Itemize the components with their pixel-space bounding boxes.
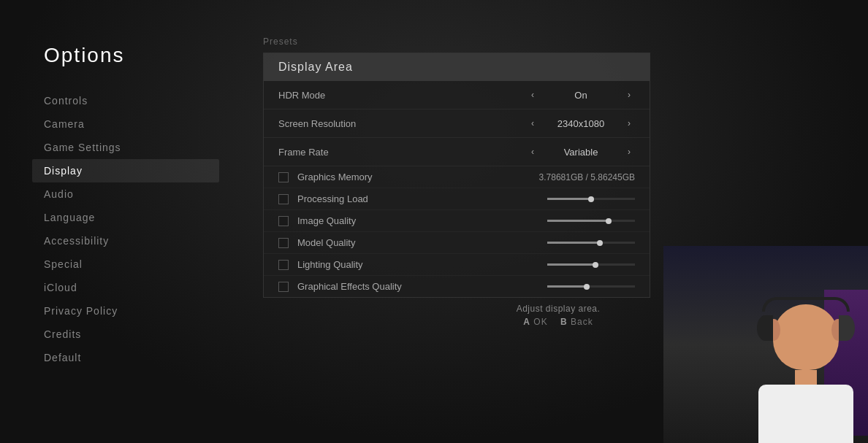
lighting-quality-row: Lighting Quality xyxy=(264,254,650,276)
model-quality-track xyxy=(547,242,635,244)
graphics-memory-value: 3.78681GB / 5.86245GB xyxy=(539,172,635,182)
frame-rate-label: Frame Rate xyxy=(278,147,527,158)
frame-rate-right-arrow[interactable]: › xyxy=(623,145,635,158)
webcam-overlay xyxy=(663,246,868,443)
lighting-quality-dot xyxy=(593,262,598,268)
person-head xyxy=(773,304,839,370)
person-shape xyxy=(758,304,853,443)
processing-load-dot xyxy=(588,196,594,202)
person-body xyxy=(758,385,853,443)
ok-label: OK xyxy=(533,317,547,327)
model-quality-label: Model Quality xyxy=(297,237,538,248)
sidebar-item-language[interactable]: Language xyxy=(44,206,219,229)
headphone-right xyxy=(839,315,855,341)
image-quality-track xyxy=(547,220,635,222)
section-header-display: Display Area xyxy=(264,53,650,81)
lighting-quality-fill xyxy=(547,263,595,266)
graphical-effects-checkbox[interactable] xyxy=(278,282,289,292)
sidebar-item-icloud[interactable]: iCloud xyxy=(44,276,219,299)
sidebar-item-game-settings[interactable]: Game Settings xyxy=(44,136,219,159)
processing-load-fill xyxy=(547,198,591,200)
sidebar-item-accessibility[interactable]: Accessibility xyxy=(44,229,219,253)
screen-resolution-label: Screen Resolution xyxy=(278,118,527,129)
processing-load-row: Processing Load xyxy=(264,188,650,210)
model-quality-bar-group xyxy=(547,242,635,244)
hdr-mode-left-arrow[interactable]: ‹ xyxy=(527,88,538,101)
sidebar: Options Controls Camera Game Settings Di… xyxy=(0,0,219,443)
sidebar-item-display[interactable]: Display xyxy=(32,159,219,182)
lighting-quality-track xyxy=(547,263,635,266)
frame-rate-left-arrow[interactable]: ‹ xyxy=(527,145,538,158)
graphics-memory-checkbox[interactable] xyxy=(278,172,289,182)
webcam-person xyxy=(663,246,868,443)
processing-load-bar-group xyxy=(547,198,635,200)
back-label: Back xyxy=(571,317,593,327)
sidebar-item-controls[interactable]: Controls xyxy=(44,89,219,112)
processing-load-label: Processing Load xyxy=(297,193,538,204)
model-quality-dot xyxy=(597,240,603,246)
model-quality-row: Model Quality xyxy=(264,232,650,254)
frame-rate-value-group: ‹ Variable › xyxy=(527,145,635,158)
graphical-effects-bar-group xyxy=(547,285,635,288)
graphics-memory-label: Graphics Memory xyxy=(297,172,530,182)
screen-resolution-value: 2340x1080 xyxy=(544,118,617,129)
sidebar-item-default[interactable]: Default xyxy=(44,346,219,369)
hdr-mode-value: On xyxy=(544,90,617,101)
frame-rate-value: Variable xyxy=(544,147,617,158)
presets-label: Presets xyxy=(263,36,853,47)
screen-resolution-left-arrow[interactable]: ‹ xyxy=(527,117,538,130)
processing-load-track xyxy=(547,198,635,200)
graphical-effects-quality-row: Graphical Effects Quality xyxy=(264,276,650,297)
headphone-left xyxy=(757,315,773,341)
sidebar-item-privacy-policy[interactable]: Privacy Policy xyxy=(44,299,219,323)
sidebar-item-special[interactable]: Special xyxy=(44,253,219,276)
hdr-mode-value-group: ‹ On › xyxy=(527,88,635,101)
image-quality-dot xyxy=(606,218,612,224)
image-quality-label: Image Quality xyxy=(297,215,538,226)
graphics-memory-row: Graphics Memory 3.78681GB / 5.86245GB xyxy=(264,166,650,188)
screen-resolution-value-group: ‹ 2340x1080 › xyxy=(527,117,635,130)
frame-rate-row: Frame Rate ‹ Variable › xyxy=(264,138,650,166)
screen-resolution-row: Screen Resolution ‹ 2340x1080 › xyxy=(264,109,650,138)
model-quality-fill xyxy=(547,242,600,244)
sidebar-item-audio[interactable]: Audio xyxy=(44,182,219,206)
graphical-effects-track xyxy=(547,285,635,288)
lighting-quality-label: Lighting Quality xyxy=(297,259,538,270)
hdr-mode-row: HDR Mode ‹ On › xyxy=(264,81,650,109)
image-quality-bar-group xyxy=(547,220,635,222)
lighting-quality-checkbox[interactable] xyxy=(278,260,289,270)
hdr-mode-label: HDR Mode xyxy=(278,90,527,101)
image-quality-row: Image Quality xyxy=(264,210,650,232)
graphical-effects-fill xyxy=(547,285,587,288)
settings-panel: Display Area HDR Mode ‹ On › Screen Reso… xyxy=(263,53,650,298)
person-neck xyxy=(795,370,817,385)
lighting-quality-bar-group xyxy=(547,263,635,266)
sidebar-item-credits[interactable]: Credits xyxy=(44,323,219,346)
a-key-label: A xyxy=(523,317,530,327)
model-quality-checkbox[interactable] xyxy=(278,238,289,248)
image-quality-fill xyxy=(547,220,609,222)
sidebar-item-camera[interactable]: Camera xyxy=(44,112,219,136)
graphical-effects-dot xyxy=(584,284,590,290)
hdr-mode-right-arrow[interactable]: › xyxy=(623,88,635,101)
b-key-label: B xyxy=(560,317,568,327)
processing-load-checkbox[interactable] xyxy=(278,194,289,204)
graphical-effects-label: Graphical Effects Quality xyxy=(297,281,538,292)
page-title: Options xyxy=(44,44,219,67)
nav-list: Controls Camera Game Settings Display Au… xyxy=(44,89,219,369)
headphone-band xyxy=(762,297,850,312)
screen-resolution-right-arrow[interactable]: › xyxy=(623,117,635,130)
image-quality-checkbox[interactable] xyxy=(278,216,289,226)
